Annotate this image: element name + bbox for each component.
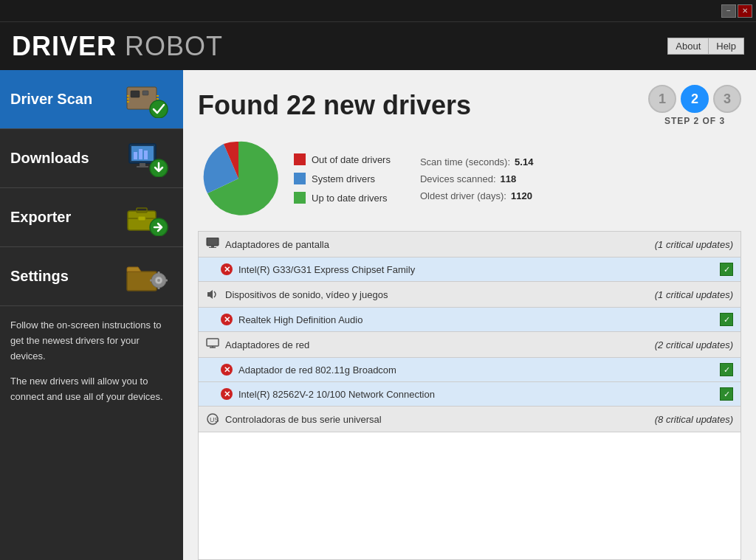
legend-color-outofdate: [294, 153, 306, 165]
logo-robot: ROBOT: [117, 31, 223, 61]
driver-name: Intel(R) 82562V-2 10/100 Network Connect…: [238, 389, 720, 400]
driver-item[interactable]: ✕Intel(R) G33/G31 Express Chipset Family…: [199, 257, 740, 282]
svg-rect-13: [144, 151, 148, 159]
sidebar-item-downloads[interactable]: Downloads: [0, 129, 183, 188]
close-button[interactable]: ✕: [738, 4, 752, 18]
stat-label-scantime: Scan time (seconds):: [420, 156, 510, 167]
stat-oldest: Oldest driver (days): 1120: [420, 190, 533, 201]
legend-item-system: System drivers: [294, 173, 391, 184]
driver-item[interactable]: ✕Adaptador de red 802.11g Broadcom✓: [199, 358, 740, 382]
step-indicator: 1 2 3 STEP 2 OF 3: [648, 85, 741, 126]
step-2-circle: 2: [681, 85, 709, 113]
content-area: Found 22 new drivers 1 2 3 STEP 2 OF 3: [183, 70, 756, 560]
sidebar-label-downloads: Downloads: [10, 150, 121, 167]
svg-text:USB: USB: [210, 416, 219, 424]
sidebar-desc-1: Follow the on-screen instructions to get…: [10, 318, 173, 364]
driver-item[interactable]: ✕Realtek High Definition Audio✓: [199, 308, 740, 332]
svg-point-8: [150, 100, 168, 118]
error-icon: ✕: [221, 364, 233, 376]
svg-rect-14: [140, 163, 145, 166]
sidebar-desc-2: The new drivers will allow you to connec…: [10, 374, 173, 405]
driver-list[interactable]: Adaptadores de pantalla(1 critical updat…: [198, 231, 741, 560]
driver-checkbox[interactable]: ✓: [720, 313, 733, 326]
main-layout: Driver Scan Downloa: [0, 70, 756, 560]
category-name: Adaptadores de red: [225, 339, 655, 350]
stat-value-scantime: 5.14: [515, 156, 533, 167]
sidebar-item-exporter[interactable]: Exporter: [0, 188, 183, 247]
sidebar-item-settings[interactable]: Settings: [0, 247, 183, 306]
driver-category: Dispositivos de sonido, vídeo y juegos(1…: [199, 282, 740, 308]
step-circles: 1 2 3: [648, 85, 741, 113]
legend-label-uptodate: Up to date drivers: [312, 193, 388, 204]
legend-color-uptodate: [294, 192, 306, 204]
scan-results: Out of date drivers System drivers Up to…: [198, 138, 741, 219]
sidebar-description: Follow the on-screen instructions to get…: [0, 306, 183, 427]
legend-label-outofdate: Out of date drivers: [312, 154, 391, 165]
category-icon-display: [206, 238, 219, 251]
settings-icon: [121, 256, 173, 297]
stat-label-oldest: Oldest driver (days):: [420, 190, 506, 201]
svg-rect-15: [137, 166, 148, 167]
category-name: Adaptadores de pantalla: [225, 239, 655, 250]
svg-rect-30: [150, 279, 153, 281]
sidebar-label-settings: Settings: [10, 268, 121, 285]
driver-item[interactable]: ✕Intel(R) 82562V-2 10/100 Network Connec…: [199, 382, 740, 407]
driver-category: USBControladoras de bus serie universal(…: [199, 407, 740, 432]
legend: Out of date drivers System drivers Up to…: [294, 153, 391, 204]
svg-rect-29: [157, 286, 159, 289]
logo-driver: DRIVER: [12, 31, 117, 61]
svg-rect-11: [134, 152, 137, 159]
svg-rect-21: [138, 216, 145, 221]
svg-rect-12: [139, 149, 142, 159]
stat-value-devices: 118: [501, 173, 517, 184]
category-icon-sound: [206, 288, 219, 301]
category-count: (2 critical updates): [655, 339, 733, 350]
step-1-circle: 1: [648, 85, 676, 113]
legend-color-system: [294, 173, 306, 184]
help-link[interactable]: Help: [709, 38, 743, 54]
step-3-circle: 3: [713, 85, 741, 113]
app-header: DRIVER ROBOT About Help: [0, 22, 756, 70]
title-bar: − ✕: [0, 0, 756, 22]
legend-item-uptodate: Up to date drivers: [294, 192, 391, 204]
legend-item-outofdate: Out of date drivers: [294, 153, 391, 165]
driver-name: Realtek High Definition Audio: [238, 314, 720, 325]
about-link[interactable]: About: [668, 38, 709, 54]
category-count: (8 critical updates): [655, 414, 733, 425]
app-logo: DRIVER ROBOT: [12, 31, 223, 62]
minimize-button[interactable]: −: [721, 4, 736, 18]
stat-scantime: Scan time (seconds): 5.14: [420, 156, 533, 167]
sidebar-item-driver-scan[interactable]: Driver Scan: [0, 70, 183, 129]
stat-label-devices: Devices scanned:: [420, 173, 496, 184]
svg-rect-35: [207, 339, 219, 346]
category-name: Dispositivos de sonido, vídeo y juegos: [225, 289, 655, 300]
driver-checkbox[interactable]: ✓: [720, 263, 733, 276]
error-icon: ✕: [221, 263, 233, 275]
error-icon: ✕: [221, 388, 233, 400]
downloads-icon: [121, 138, 173, 179]
driver-checkbox[interactable]: ✓: [720, 387, 733, 401]
found-header: Found 22 new drivers 1 2 3 STEP 2 OF 3: [198, 85, 741, 126]
category-name: Controladoras de bus serie universal: [225, 414, 655, 425]
svg-point-27: [157, 279, 160, 282]
driver-name: Intel(R) G33/G31 Express Chipset Family: [238, 264, 720, 275]
error-icon: ✕: [221, 314, 233, 325]
driver-category: Adaptadores de pantalla(1 critical updat…: [199, 232, 740, 257]
svg-rect-34: [209, 247, 216, 248]
category-count: (1 critical updates): [655, 289, 733, 300]
driver-scan-icon: [121, 79, 173, 120]
window-controls: − ✕: [721, 4, 752, 18]
sidebar-label-driver-scan: Driver Scan: [10, 91, 121, 108]
driver-checkbox[interactable]: ✓: [720, 363, 733, 376]
sidebar-label-exporter: Exporter: [10, 209, 121, 226]
found-title: Found 22 new drivers: [198, 90, 471, 121]
svg-rect-31: [165, 279, 168, 281]
svg-rect-33: [211, 246, 214, 247]
exporter-icon: [121, 197, 173, 238]
svg-rect-28: [157, 272, 159, 274]
pie-chart: [198, 138, 279, 219]
driver-name: Adaptador de red 802.11g Broadcom: [238, 364, 720, 376]
step-label: STEP 2 OF 3: [664, 116, 725, 126]
svg-rect-32: [207, 238, 219, 246]
driver-category: Adaptadores de red(2 critical updates): [199, 332, 740, 358]
